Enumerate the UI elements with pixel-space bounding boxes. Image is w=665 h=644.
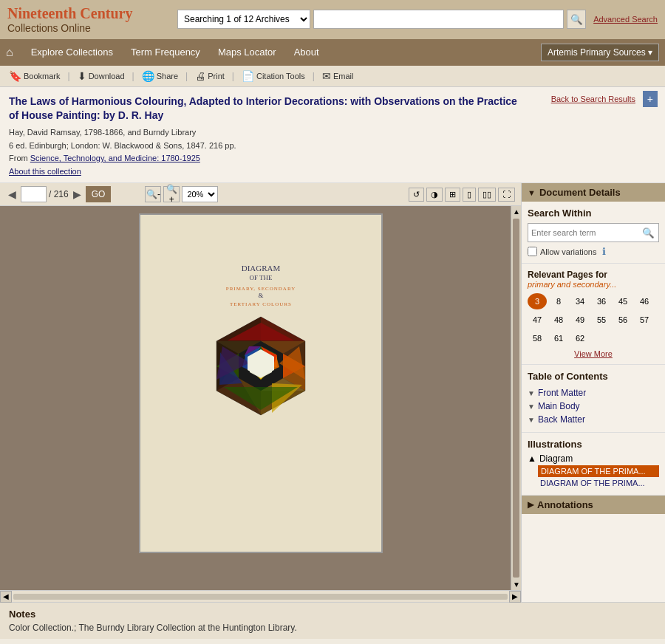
- bookmark-button[interactable]: 🔖 Bookmark: [6, 69, 64, 83]
- page-num-8[interactable]: 8: [549, 293, 568, 309]
- page-num-58[interactable]: 58: [528, 330, 547, 346]
- page-num-3[interactable]: 3: [528, 293, 547, 309]
- page-num-36[interactable]: 36: [592, 293, 611, 309]
- scroll-thumb[interactable]: [513, 219, 519, 578]
- scroll-right-button[interactable]: ▶: [509, 591, 521, 603]
- toc-back-matter-arrow: ▼: [528, 416, 535, 424]
- zoom-in-button[interactable]: 🔍+: [163, 186, 180, 202]
- notes-content: Color Collection.; The Burndy Library Co…: [9, 623, 656, 633]
- illustrations-title: Illustrations: [528, 439, 659, 450]
- logo-line2: Collections Online: [7, 22, 170, 35]
- go-button[interactable]: GO: [86, 186, 112, 202]
- view-more-link[interactable]: View More: [528, 349, 659, 358]
- home-icon[interactable]: ⌂: [6, 46, 13, 59]
- page-num-46[interactable]: 46: [635, 293, 654, 309]
- toc-main-body[interactable]: ▼ Main Body: [528, 400, 659, 413]
- scroll-down-button[interactable]: ▼: [511, 579, 521, 590]
- page-num-49[interactable]: 49: [570, 312, 590, 328]
- color-diagram: DIAGRAM OF THE PRIMARY, SECONDARY & TERT…: [157, 258, 364, 509]
- vertical-scrollbar[interactable]: ▲ ▼: [511, 206, 521, 590]
- annotations-label: Annotations: [537, 499, 593, 510]
- search-button-main[interactable]: 🔍: [567, 10, 586, 29]
- illus-child-1[interactable]: DIAGRAM OF THE PRIMA...: [538, 465, 659, 477]
- nav-about[interactable]: About: [285, 41, 328, 64]
- page-num-57[interactable]: 57: [635, 312, 654, 328]
- info-icon[interactable]: ℹ: [602, 246, 606, 257]
- notes-title: Notes: [9, 609, 656, 620]
- page-num-62[interactable]: 62: [570, 330, 590, 346]
- download-button[interactable]: ⬇ Download: [75, 69, 128, 83]
- page-nav: ◀ 3 / 216 ▶ GO: [6, 186, 111, 202]
- page-num-45[interactable]: 45: [613, 293, 632, 309]
- illus-diagram-arrow: ▲: [528, 453, 536, 464]
- toc-front-matter[interactable]: ▼ Front Matter: [528, 386, 659, 400]
- nav-term-frequency[interactable]: Term Frequency: [122, 41, 209, 64]
- toc-main-body-label: Main Body: [538, 401, 580, 411]
- doc-details-header[interactable]: ▼ Document Details: [522, 183, 665, 202]
- annotations-header[interactable]: ▶ Annotations: [522, 496, 665, 514]
- email-label: Email: [333, 72, 354, 80]
- from-link[interactable]: Science, Technology, and Medicine: 1780-…: [30, 154, 200, 162]
- advanced-search-link[interactable]: Advanced Search: [593, 15, 658, 24]
- sep1: |: [68, 71, 70, 81]
- zoom-out-button[interactable]: 🔍-: [145, 186, 161, 202]
- page-num-48[interactable]: 48: [549, 312, 568, 328]
- doc-title-area: Back to Search Results + The Laws of Har…: [0, 87, 665, 184]
- next-page-button[interactable]: ▶: [71, 188, 83, 201]
- about-collection-link[interactable]: About this collection: [9, 167, 81, 176]
- logo-area: Nineteenth Century Collections Online: [7, 4, 170, 35]
- right-panel: ▼ Document Details Search Within 🔍 Allow…: [521, 183, 665, 602]
- scroll-left-button[interactable]: ◀: [0, 591, 12, 603]
- archive-select[interactable]: Searching 1 of 12 Archives: [177, 10, 310, 29]
- toc-front-matter-arrow: ▼: [528, 389, 535, 397]
- prev-page-button[interactable]: ◀: [6, 188, 18, 201]
- refresh-button[interactable]: ↺: [409, 188, 424, 202]
- fullscreen-button[interactable]: ⛶: [498, 188, 515, 202]
- horizontal-scrollbar[interactable]: ◀ ▶: [0, 590, 521, 602]
- toc-back-matter[interactable]: ▼ Back Matter: [528, 413, 659, 426]
- artemis-button[interactable]: Artemis Primary Sources ▾: [541, 44, 659, 61]
- illus-diagram-parent[interactable]: ▲ Diagram: [528, 453, 659, 464]
- citation-tools-button[interactable]: 📄 Citation Tools: [239, 69, 308, 83]
- page-numbers-grid: 3 8 34 36 45 46 47 48 49 55 56 57 58 61 …: [528, 293, 659, 346]
- page-num-55[interactable]: 55: [592, 312, 611, 328]
- search-within-section: Search Within 🔍 Allow variations ℹ: [522, 202, 665, 264]
- viewer-content[interactable]: DIAGRAM OF THE PRIMARY, SECONDARY & TERT…: [0, 206, 521, 590]
- page-num-34[interactable]: 34: [570, 293, 590, 309]
- page-number-input[interactable]: 3: [21, 186, 47, 202]
- double-page-button[interactable]: ▯▯: [478, 188, 496, 202]
- add-bookmark-btn[interactable]: +: [643, 93, 658, 105]
- grid-view-button[interactable]: ⊞: [445, 188, 460, 202]
- search-within-button[interactable]: 🔍: [638, 226, 658, 240]
- download-icon: ⬇: [78, 70, 86, 82]
- allow-variations-row: Allow variations ℹ: [528, 246, 659, 257]
- allow-variations-checkbox[interactable]: [528, 247, 537, 256]
- svg-text:TERTIARY COLOURS: TERTIARY COLOURS: [230, 301, 292, 307]
- zoom-select[interactable]: 20%: [182, 186, 218, 202]
- search-input-main[interactable]: [313, 10, 564, 29]
- download-label: Download: [89, 72, 125, 80]
- share-label: Share: [157, 72, 178, 80]
- contrast-button[interactable]: ◑: [426, 188, 443, 202]
- share-button[interactable]: 🌐 Share: [139, 69, 181, 83]
- page-num-47[interactable]: 47: [528, 312, 547, 328]
- print-button[interactable]: 🖨 Print: [192, 69, 228, 83]
- back-to-results-link[interactable]: Back to Search Results: [551, 95, 635, 103]
- page-num-61[interactable]: 61: [549, 330, 568, 346]
- bookmark-icon: 🔖: [9, 70, 21, 82]
- add-icon[interactable]: +: [643, 91, 658, 107]
- email-button[interactable]: ✉ Email: [319, 69, 357, 83]
- sep3: |: [185, 71, 188, 81]
- page-num-56[interactable]: 56: [613, 312, 632, 328]
- search-within-input[interactable]: [528, 224, 638, 242]
- single-page-button[interactable]: ▯: [463, 188, 476, 202]
- relevant-pages-title: Relevant Pages for: [528, 270, 659, 280]
- illus-child-2[interactable]: DIAGRAM OF THE PRIMA...: [538, 477, 659, 489]
- scroll-up-button[interactable]: ▲: [511, 206, 521, 217]
- toolbar: 🔖 Bookmark | ⬇ Download | 🌐 Share | 🖨 Pr…: [0, 66, 665, 87]
- toc-back-matter-label: Back Matter: [538, 414, 585, 425]
- zoom-controls: 🔍- 🔍+ 20%: [145, 186, 218, 202]
- nav-maps-locator[interactable]: Maps Locator: [209, 41, 285, 64]
- nav-explore-collections[interactable]: Explore Collections: [22, 41, 122, 64]
- share-icon: 🌐: [142, 70, 154, 82]
